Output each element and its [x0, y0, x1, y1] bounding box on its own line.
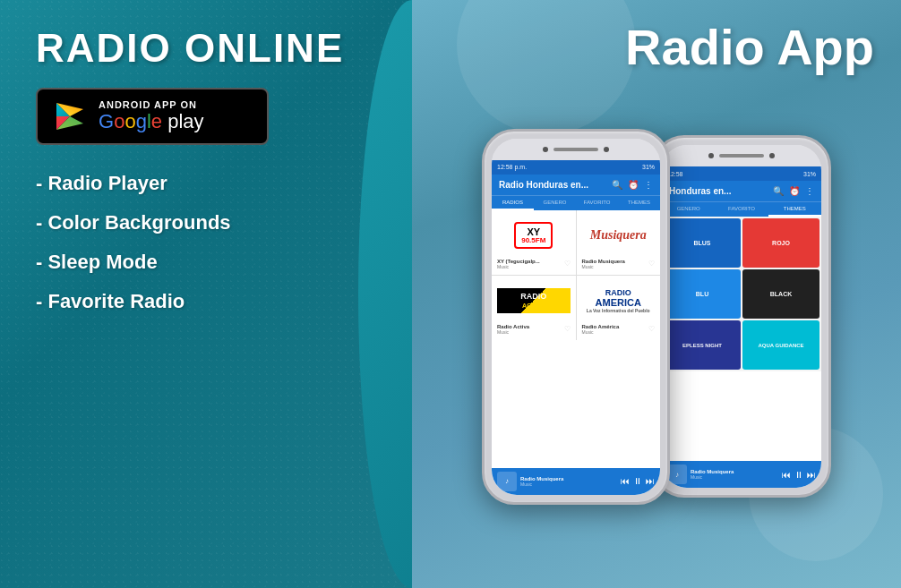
- radioamerica-info: Radio América Music ♡: [582, 324, 656, 335]
- status-battery: 31%: [642, 164, 655, 170]
- app-title-front: Radio Honduras en...: [499, 180, 588, 190]
- feature-favorite-radio: - Favorite Radio: [36, 290, 385, 313]
- google-play-badge[interactable]: ANDROID APP ON Google play: [36, 88, 269, 145]
- musiquera-logo: Musiquera: [582, 216, 656, 256]
- status-time: 12:58 p.m.: [497, 164, 527, 170]
- xy-genre: Music: [497, 264, 540, 269]
- radioactiva-info: Radio Activa Music ♡: [497, 324, 571, 335]
- np-controls-front: ⏮ ⏸ ⏭: [621, 476, 655, 486]
- now-playing-back: ♪ Radio Musiquera Music ⏮ ⏸ ⏭: [662, 461, 821, 488]
- radioamerica-name: Radio América: [582, 324, 620, 329]
- xy-favorite[interactable]: ♡: [564, 260, 571, 268]
- feature-color-backgrounds: - Color Backgrounds: [36, 211, 385, 234]
- xy-name: XY (Tegucigalp...: [497, 259, 540, 264]
- pause-button-back[interactable]: ⏸: [794, 470, 803, 480]
- more-icon-back[interactable]: ⋮: [805, 186, 814, 196]
- xy-logo: XY 90.5FM: [497, 216, 571, 256]
- phone-top-back: [662, 145, 821, 166]
- radio-card-america[interactable]: RADIO AMERICA La Voz Informativa del Pue…: [577, 276, 661, 340]
- status-battery-back: 31%: [803, 171, 816, 177]
- tab-bar-back: GENERO FAVORITO THEMES: [662, 201, 821, 217]
- badge-small-text: ANDROID APP ON: [99, 99, 204, 110]
- page-title: RADIO ONLINE: [36, 27, 385, 70]
- radio-card-musiquera[interactable]: Musiquera Radio Musiquera Music ♡: [577, 210, 661, 275]
- next-button-back[interactable]: ⏭: [807, 470, 816, 480]
- app-screen-back: 12:58 31% Honduras en... 🔍 ⏰ ⋮: [662, 166, 821, 488]
- musiquera-info: Radio Musiquera Music ♡: [582, 259, 656, 269]
- radioamerica-logo: RADIO AMERICA La Voz Informativa del Pue…: [582, 281, 656, 321]
- tab-bar-front: RADIOS GENERO FAVORITO THEMES: [492, 195, 660, 210]
- prev-button[interactable]: ⏮: [621, 476, 630, 486]
- feature-radio-player: - Radio Player: [36, 172, 385, 195]
- phones-container: 12:58 p.m. 31% Radio Honduras en... 🔍 ⏰ …: [482, 129, 831, 505]
- status-bar-front: 12:58 p.m. 31%: [492, 160, 660, 175]
- radio-card-xy[interactable]: XY 90.5FM XY (Tegucigalp... Music ♡: [492, 210, 576, 275]
- tab-favorito[interactable]: FAVORITO: [576, 196, 618, 210]
- phone-front: 12:58 p.m. 31% Radio Honduras en... 🔍 ⏰ …: [482, 129, 670, 505]
- radio-card-activa[interactable]: RADIO ACTIVA Radio Activa Music ♡: [492, 276, 576, 340]
- bg-decoration: [457, 0, 636, 134]
- phone-inner-front: 12:58 p.m. 31% Radio Honduras en... 🔍 ⏰ …: [492, 139, 660, 495]
- xy-info: XY (Tegucigalp... Music ♡: [497, 259, 571, 269]
- np-thumb-front: ♪: [497, 472, 517, 491]
- camera-dot-back-2: [769, 153, 775, 158]
- status-bar-back: 12:58 31%: [662, 166, 821, 181]
- tab-genero[interactable]: GENERO: [534, 196, 576, 210]
- radioamerica-genre: Music: [582, 329, 620, 335]
- camera-dot: [543, 147, 548, 152]
- speaker-bar-back: [719, 154, 764, 158]
- next-button[interactable]: ⏭: [646, 476, 655, 486]
- theme-sleepless[interactable]: EPLESS NIGHT: [664, 320, 741, 370]
- themes-grid: BLUS ROJO BLU BLACK EPLESS NIGHT AQUA GU…: [662, 217, 821, 371]
- musiquera-favorite[interactable]: ♡: [648, 260, 655, 268]
- app-title-back: Honduras en...: [669, 186, 731, 196]
- clock-icon-back[interactable]: ⏰: [789, 186, 800, 196]
- theme-blu[interactable]: BLU: [664, 269, 741, 319]
- phone-inner-back: 12:58 31% Honduras en... 🔍 ⏰ ⋮: [662, 145, 821, 488]
- clock-icon[interactable]: ⏰: [628, 180, 639, 190]
- camera-dot-2: [604, 147, 609, 152]
- theme-aqua[interactable]: AQUA GUIDANCE: [742, 320, 819, 370]
- np-controls-back: ⏮ ⏸ ⏭: [782, 470, 816, 480]
- tab-favorito-back[interactable]: FAVORITO: [715, 202, 768, 217]
- phone-top-front: [492, 139, 660, 160]
- speaker-bar: [553, 148, 598, 151]
- np-info-front: Radio Musiquera Music: [520, 476, 617, 487]
- musiquera-name: Radio Musiquera: [582, 259, 625, 264]
- prev-button-back[interactable]: ⏮: [782, 470, 791, 480]
- header-icons-front: 🔍 ⏰ ⋮: [612, 180, 653, 190]
- pause-button[interactable]: ⏸: [633, 476, 642, 486]
- app-screen-front: 12:58 p.m. 31% Radio Honduras en... 🔍 ⏰ …: [492, 160, 660, 495]
- play-store-icon: [52, 98, 88, 134]
- app-header-back: Honduras en... 🔍 ⏰ ⋮: [662, 181, 821, 201]
- left-panel: RADIO ONLINE: [0, 0, 412, 588]
- search-icon-back[interactable]: 🔍: [773, 186, 784, 196]
- radioactiva-genre: Music: [497, 329, 529, 335]
- theme-black[interactable]: BLACK: [742, 269, 819, 319]
- more-icon[interactable]: ⋮: [644, 180, 653, 190]
- np-genre-back: Music: [691, 474, 778, 480]
- theme-blus[interactable]: BLUS: [664, 218, 741, 268]
- radioactiva-favorite[interactable]: ♡: [564, 325, 571, 333]
- right-panel-title: Radio App: [625, 18, 874, 76]
- musiquera-genre: Music: [582, 264, 625, 269]
- now-playing-front: ♪ Radio Musiquera Music ⏮ ⏸ ⏭: [492, 468, 660, 495]
- np-thumb-back: ♪: [667, 464, 687, 484]
- tab-themes-back[interactable]: THEMES: [768, 202, 821, 217]
- phone-back: 12:58 31% Honduras en... 🔍 ⏰ ⋮: [652, 135, 831, 498]
- radioactiva-logo: RADIO ACTIVA: [497, 281, 571, 321]
- radio-list: XY 90.5FM XY (Tegucigalp... Music ♡: [492, 210, 660, 340]
- badge-google-text: Google play: [99, 110, 204, 133]
- radioactiva-name: Radio Activa: [497, 324, 529, 329]
- tab-radios[interactable]: RADIOS: [492, 196, 534, 210]
- np-info-back: Radio Musiquera Music: [691, 469, 778, 480]
- badge-text: ANDROID APP ON Google play: [99, 99, 204, 133]
- camera-dot-back: [708, 153, 714, 158]
- np-genre-front: Music: [520, 481, 617, 487]
- search-icon[interactable]: 🔍: [612, 180, 622, 190]
- theme-rojo[interactable]: ROJO: [742, 218, 819, 268]
- features-list: - Radio Player - Color Backgrounds - Sle…: [36, 172, 385, 313]
- radioamerica-favorite[interactable]: ♡: [648, 325, 655, 333]
- app-header-front: Radio Honduras en... 🔍 ⏰ ⋮: [492, 175, 660, 195]
- tab-themes[interactable]: THEMES: [618, 196, 660, 210]
